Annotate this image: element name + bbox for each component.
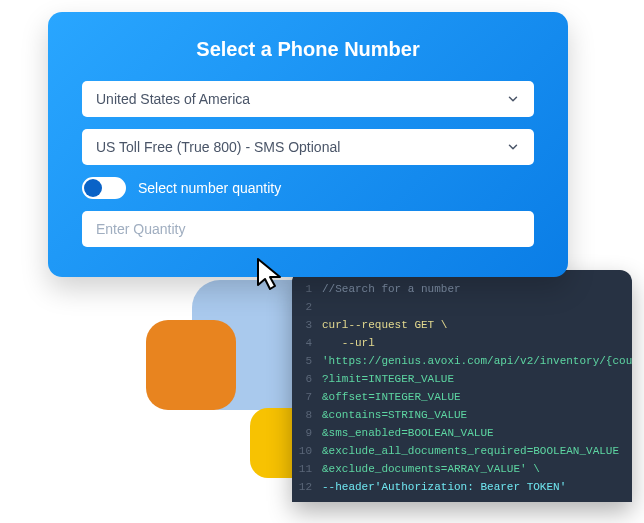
code-text: &sms_enabled=BOOLEAN_VALUE — [322, 424, 494, 442]
number-type-select-value: US Toll Free (True 800) - SMS Optional — [96, 139, 340, 155]
line-number: 11 — [292, 460, 322, 478]
code-text: //Search for a number — [322, 280, 461, 298]
quantity-input[interactable] — [82, 211, 534, 247]
quantity-toggle-row: Select number quantity — [82, 177, 534, 199]
phone-number-form-card: Select a Phone Number United States of A… — [48, 12, 568, 277]
code-line: 1//Search for a number — [292, 280, 632, 298]
code-text: curl--request GET \ — [322, 316, 447, 334]
line-number: 3 — [292, 316, 322, 334]
code-line: 5'https://genius.avoxi.com/api/v2/invent… — [292, 352, 632, 370]
code-line: 8&contains=STRING_VALUE — [292, 406, 632, 424]
code-line: 9&sms_enabled=BOOLEAN_VALUE — [292, 424, 632, 442]
quantity-toggle-label: Select number quantity — [138, 180, 281, 196]
decorative-shape-orange — [146, 320, 236, 410]
code-panel: 1//Search for a number23curl--request GE… — [292, 270, 632, 502]
form-title: Select a Phone Number — [82, 38, 534, 61]
code-line: 2 — [292, 298, 632, 316]
code-text: &exclude_all_documents_required=BOOLEAN_… — [322, 442, 619, 460]
country-select[interactable]: United States of America — [82, 81, 534, 117]
code-line: 11&exclude_documents=ARRAY_VALUE' \ — [292, 460, 632, 478]
code-text: &contains=STRING_VALUE — [322, 406, 467, 424]
code-line: 10&exclude_all_documents_required=BOOLEA… — [292, 442, 632, 460]
code-line: 6?limit=INTEGER_VALUE — [292, 370, 632, 388]
code-text: &offset=INTEGER_VALUE — [322, 388, 461, 406]
code-text: --url — [322, 334, 375, 352]
country-select-value: United States of America — [96, 91, 250, 107]
code-line: 4 --url — [292, 334, 632, 352]
code-line: 3curl--request GET \ — [292, 316, 632, 334]
code-text: --header'Authorization: Bearer TOKEN' — [322, 478, 566, 496]
code-line: 12--header'Authorization: Bearer TOKEN' — [292, 478, 632, 496]
code-text: 'https://genius.avoxi.com/api/v2/invento… — [322, 352, 632, 370]
number-type-select[interactable]: US Toll Free (True 800) - SMS Optional — [82, 129, 534, 165]
code-line: 7&offset=INTEGER_VALUE — [292, 388, 632, 406]
line-number: 7 — [292, 388, 322, 406]
line-number: 12 — [292, 478, 322, 496]
code-text: &exclude_documents=ARRAY_VALUE' \ — [322, 460, 540, 478]
line-number: 4 — [292, 334, 322, 352]
line-number: 10 — [292, 442, 322, 460]
quantity-toggle[interactable] — [82, 177, 126, 199]
cursor-icon — [252, 255, 292, 299]
line-number: 6 — [292, 370, 322, 388]
code-text: ?limit=INTEGER_VALUE — [322, 370, 454, 388]
line-number: 1 — [292, 280, 322, 298]
toggle-knob — [84, 179, 102, 197]
line-number: 2 — [292, 298, 322, 316]
line-number: 5 — [292, 352, 322, 370]
line-number: 9 — [292, 424, 322, 442]
line-number: 8 — [292, 406, 322, 424]
